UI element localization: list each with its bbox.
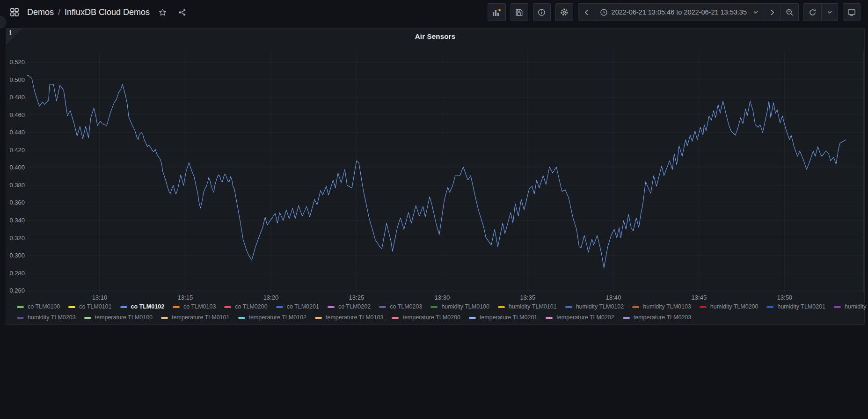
refresh-interval-dropdown[interactable] xyxy=(821,4,838,21)
legend-label: humidity TLM0203 xyxy=(28,313,76,323)
time-range-picker[interactable]: 2022-06-21 13:05:46 to 2022-06-21 13:53:… xyxy=(595,4,764,21)
legend-label: temperature TLM0102 xyxy=(249,313,306,323)
legend-swatch-icon xyxy=(766,306,773,308)
legend-label: co TLM0103 xyxy=(183,302,216,312)
legend-swatch-icon xyxy=(276,306,283,308)
legend-swatch-icon xyxy=(379,306,386,308)
legend-item-temperature-tlm0102[interactable]: temperature TLM0102 xyxy=(238,313,306,323)
legend-swatch-icon xyxy=(120,306,127,308)
x-axis-tick-label: 13:20 xyxy=(261,294,281,301)
top-nav-bar: Demos / InfluxDB Cloud Demos xyxy=(0,0,868,24)
refresh-button[interactable] xyxy=(804,4,821,21)
legend-item-temperature-tlm0101[interactable]: temperature TLM0101 xyxy=(161,313,229,323)
legend-item-temperature-tlm0103[interactable]: temperature TLM0103 xyxy=(315,313,383,323)
legend-label: humidity TLM0202 xyxy=(845,302,868,312)
legend-item-co-tlm0101[interactable]: co TLM0101 xyxy=(68,302,111,312)
time-shift-back-button[interactable] xyxy=(578,4,595,21)
cycle-view-mode-button[interactable] xyxy=(843,3,861,21)
legend-item-temperature-tlm0201[interactable]: temperature TLM0201 xyxy=(469,313,537,323)
x-axis-tick-label: 13:45 xyxy=(689,294,709,301)
legend-swatch-icon xyxy=(224,306,231,308)
apps-grid-icon[interactable] xyxy=(7,5,22,19)
legend-item-humidity-tlm0203[interactable]: humidity TLM0203 xyxy=(17,313,76,323)
y-axis-tick-label: 0.300 xyxy=(6,252,25,259)
y-axis-tick-label: 0.420 xyxy=(6,147,25,154)
add-panel-button[interactable] xyxy=(488,3,506,21)
legend-swatch-icon xyxy=(328,306,335,308)
legend-item-co-tlm0201[interactable]: co TLM0201 xyxy=(276,302,319,312)
legend-swatch-icon xyxy=(834,306,841,308)
legend-swatch-icon xyxy=(161,317,168,319)
legend-swatch-icon xyxy=(17,317,24,319)
legend-label: temperature TLM0202 xyxy=(556,313,614,323)
legend-item-co-tlm0203[interactable]: co TLM0203 xyxy=(379,302,422,312)
y-axis-tick-label: 0.440 xyxy=(6,129,25,136)
air-sensors-panel: i Air Sensors 0.2600.2800.3000.3200.3400… xyxy=(6,28,865,325)
legend-row: co TLM0100co TLM0101co TLM0102co TLM0103… xyxy=(17,302,859,312)
legend-label: temperature TLM0203 xyxy=(634,313,691,323)
legend-swatch-icon xyxy=(173,306,180,308)
chevron-down-icon xyxy=(752,9,759,15)
share-icon[interactable] xyxy=(175,5,189,19)
legend-label: humidity TLM0103 xyxy=(643,302,691,312)
legend-item-humidity-tlm0201[interactable]: humidity TLM0201 xyxy=(766,302,825,312)
legend-label: co TLM0203 xyxy=(390,302,422,312)
legend-item-co-tlm0102[interactable]: co TLM0102 xyxy=(120,302,165,312)
legend-swatch-icon xyxy=(315,317,322,319)
legend-item-humidity-tlm0200[interactable]: humidity TLM0200 xyxy=(700,302,759,312)
legend-swatch-icon xyxy=(498,306,505,308)
legend-swatch-icon xyxy=(238,317,245,319)
refresh-group xyxy=(803,3,838,21)
panel-title[interactable]: Air Sensors xyxy=(6,32,864,40)
legend-item-humidity-tlm0100[interactable]: humidity TLM0100 xyxy=(430,302,489,312)
grafana-dashboard: Demos / InfluxDB Cloud Demos xyxy=(0,0,868,419)
legend-label: temperature TLM0103 xyxy=(326,313,383,323)
legend-item-temperature-tlm0200[interactable]: temperature TLM0200 xyxy=(392,313,460,323)
y-axis-tick-label: 0.280 xyxy=(6,270,25,277)
legend-swatch-icon xyxy=(700,306,707,308)
breadcrumb-section[interactable]: Demos xyxy=(27,7,54,17)
legend-row: humidity TLM0203temperature TLM0100tempe… xyxy=(17,313,859,323)
legend-swatch-icon xyxy=(469,317,476,319)
x-axis-tick-label: 13:30 xyxy=(432,294,452,301)
y-axis-tick-label: 0.380 xyxy=(6,182,25,189)
legend-label: co TLM0200 xyxy=(235,302,267,312)
x-axis-tick-label: 13:15 xyxy=(175,294,196,301)
legend-item-humidity-tlm0101[interactable]: humidity TLM0101 xyxy=(498,302,557,312)
y-axis-tick-label: 0.500 xyxy=(6,76,25,84)
time-shift-forward-button[interactable] xyxy=(764,4,780,21)
legend-swatch-icon xyxy=(632,306,639,308)
x-axis-tick-label: 13:10 xyxy=(89,294,110,301)
zoom-out-time-button[interactable] xyxy=(780,4,798,21)
legend-item-temperature-tlm0202[interactable]: temperature TLM0202 xyxy=(546,313,614,323)
y-axis-tick-label: 0.480 xyxy=(6,94,25,101)
legend-item-humidity-tlm0103[interactable]: humidity TLM0103 xyxy=(632,302,691,312)
legend-item-temperature-tlm0100[interactable]: temperature TLM0100 xyxy=(84,313,153,323)
y-axis-tick-label: 0.460 xyxy=(6,111,25,119)
legend-label: temperature TLM0100 xyxy=(95,313,153,323)
legend-item-co-tlm0200[interactable]: co TLM0200 xyxy=(224,302,267,312)
dashboard-info-button[interactable] xyxy=(533,3,551,21)
time-series-plot[interactable] xyxy=(27,51,864,292)
y-axis-tick-label: 0.340 xyxy=(6,217,25,224)
legend-swatch-icon xyxy=(565,306,572,308)
legend-item-co-tlm0100[interactable]: co TLM0100 xyxy=(17,302,60,312)
star-icon[interactable] xyxy=(155,5,169,19)
y-axis-tick-label: 0.260 xyxy=(6,287,25,294)
save-dashboard-button[interactable] xyxy=(511,3,528,21)
dashboard-settings-button[interactable] xyxy=(555,3,573,21)
breadcrumb-separator: / xyxy=(58,7,60,17)
legend-label: co TLM0101 xyxy=(79,302,111,312)
legend-swatch-icon xyxy=(84,317,91,319)
legend-swatch-icon xyxy=(68,306,75,308)
legend-item-co-tlm0202[interactable]: co TLM0202 xyxy=(328,302,371,312)
legend-swatch-icon xyxy=(430,306,438,308)
legend-swatch-icon xyxy=(392,317,399,319)
legend-label: co TLM0100 xyxy=(28,302,60,312)
legend-item-co-tlm0103[interactable]: co TLM0103 xyxy=(173,302,216,312)
legend-item-temperature-tlm0203[interactable]: temperature TLM0203 xyxy=(623,313,691,323)
legend-item-humidity-tlm0202[interactable]: humidity TLM0202 xyxy=(834,302,868,312)
legend-item-humidity-tlm0102[interactable]: humidity TLM0102 xyxy=(565,302,624,312)
time-range-label: 2022-06-21 13:05:46 to 2022-06-21 13:53:… xyxy=(612,8,747,16)
series-line-co-TLM0102 xyxy=(27,75,846,268)
